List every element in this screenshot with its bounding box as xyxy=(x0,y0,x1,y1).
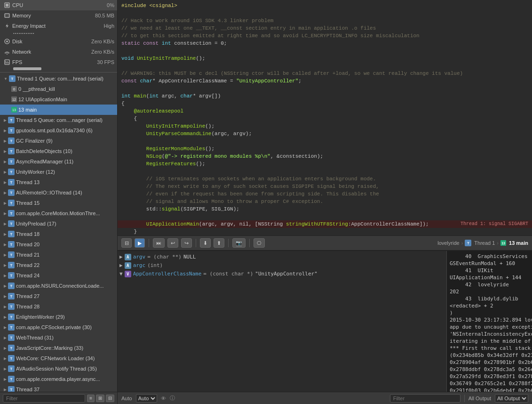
enlighten-arrow[interactable]: ▶ xyxy=(4,315,7,319)
t18-arrow[interactable]: ▶ xyxy=(4,232,7,236)
sidebar-item-asyncread[interactable]: ▶ T AsyncReadManager (11) xyxy=(0,156,117,167)
sidebar-item-thread18[interactable]: ▶ T Thread 18 xyxy=(0,229,117,239)
toolbar-up-btn[interactable]: ⬆ xyxy=(214,238,224,248)
sidebar-item-avaudiosession[interactable]: ▶ T AVAudioSession Notify Thread (35) xyxy=(0,364,117,374)
filter-collapse-btn[interactable]: ⊟ xyxy=(106,395,114,402)
breadcrumb-thread-icon: T xyxy=(465,240,471,246)
thread1-arrow[interactable]: ▼ xyxy=(4,77,8,81)
wc-arrow[interactable]: ▶ xyxy=(4,356,7,361)
t21-label: Thread 21 xyxy=(16,252,114,258)
t37-icon: T xyxy=(8,386,15,392)
sidebar-item-thread37[interactable]: ▶ T Thread 37 xyxy=(0,384,117,392)
sidebar-item-auremote[interactable]: ▶ T AURemoteIO::IOThread (14) xyxy=(0,187,117,198)
sidebar-item-gcfinalizer[interactable]: ▶ T GC Finalizer (9) xyxy=(0,136,117,146)
sidebar-item-thread28[interactable]: ▶ T Thread 28 xyxy=(0,301,117,312)
filter-grid-btn[interactable]: ⊞ xyxy=(96,395,104,402)
sidebar-item-thread21[interactable]: ▶ T Thread 21 xyxy=(0,250,117,260)
sidebar-item-thread27[interactable]: ▶ T Thread 27 xyxy=(0,291,117,301)
thread5-arrow[interactable]: ▶ xyxy=(4,118,7,122)
sidebar-item-energy[interactable]: Energy Impact High xyxy=(0,21,117,31)
sidebar-item-thread1[interactable]: ▼ T Thread 1 Queue: com....hread (serial… xyxy=(0,73,117,84)
sidebar-item-enlighten[interactable]: ▶ T EnlightenWorker (29) xyxy=(0,312,117,322)
auto-select[interactable]: Auto xyxy=(136,394,157,403)
t24-arrow[interactable]: ▶ xyxy=(4,274,7,278)
sidebar-item-frame0[interactable]: 0 0 __pthread_kill xyxy=(0,84,117,94)
nsurl-arrow[interactable]: ▶ xyxy=(4,284,7,288)
sidebar-item-thread24[interactable]: ▶ T Thread 24 xyxy=(0,270,117,281)
av-arrow[interactable]: ▶ xyxy=(4,367,7,371)
t28-arrow[interactable]: ▶ xyxy=(4,305,7,309)
sidebar-item-unitypreload[interactable]: ▶ T UnityPreload (17) xyxy=(0,218,117,229)
sidebar-item-cfsocket[interactable]: ▶ T com.apple.CFSocket.private (30) xyxy=(0,322,117,332)
sidebar-item-jscore[interactable]: ▶ T JavaScriptCore::Marking (33) xyxy=(0,343,117,353)
sidebar-item-webthread[interactable]: ▶ T WebThread (31) xyxy=(0,332,117,343)
web-arrow[interactable]: ▶ xyxy=(4,336,7,340)
up-arrow[interactable]: ▶ xyxy=(4,222,7,226)
t22-label: Thread 22 xyxy=(16,262,114,268)
sidebar-item-thread22[interactable]: ▶ T Thread 22 xyxy=(0,260,117,270)
async-arrow[interactable]: ▶ xyxy=(4,160,7,164)
sidebar-item-batch[interactable]: ▶ T BatchDeleteObjects (10) xyxy=(0,146,117,156)
var-row-argv: ▶ A argv = (char **) NULL xyxy=(119,253,445,261)
info-icon[interactable]: ⓘ xyxy=(170,395,175,402)
toolbar-camera-btn[interactable]: 📷 xyxy=(232,238,246,248)
sidebar-filter-input[interactable] xyxy=(3,394,85,403)
cfsocket-arrow[interactable]: ▶ xyxy=(4,325,7,330)
output-select[interactable]: All Output xyxy=(495,394,528,403)
watch-icon[interactable]: 👁 xyxy=(161,396,166,401)
sidebar-divider xyxy=(0,72,117,73)
sidebar-item-frame13[interactable]: 13 13 main xyxy=(0,105,117,115)
coremedia-arrow[interactable]: ▶ xyxy=(4,377,7,381)
toolbar-continue-btn[interactable]: ▶ xyxy=(135,238,145,248)
sidebar-item-webcore[interactable]: ▶ T WebCore: CFNetwork Loader (34) xyxy=(0,353,117,364)
t21-arrow[interactable]: ▶ xyxy=(4,253,7,257)
sidebar-item-coremedia[interactable]: ▶ T com.apple.coremedia.player.async... xyxy=(0,374,117,384)
console-filter-input[interactable] xyxy=(390,394,461,403)
console-output[interactable]: 40 GraphicsServices 0x2c746af9 GSEventRu… xyxy=(447,251,532,392)
toolbar-down-btn[interactable]: ⬇ xyxy=(200,238,211,248)
toolbar-step-out-btn[interactable]: ↪ xyxy=(181,238,192,248)
sidebar-item-frame12[interactable]: 12 12 UIApplicationMain xyxy=(0,94,117,105)
toolbar-step-into-btn[interactable]: ↩ xyxy=(167,238,178,248)
batch-arrow[interactable]: ▶ xyxy=(4,149,7,154)
frame0-icon: 0 xyxy=(11,86,17,92)
sidebar-item-nsurl[interactable]: ▶ T com.apple.NSURLConnectionLoade... xyxy=(0,281,117,291)
sidebar-item-cpu[interactable]: CPU 0% xyxy=(0,0,117,10)
sidebar-item-memory[interactable]: Memory 80.5 MB xyxy=(0,10,117,21)
sidebar-item-thread15[interactable]: ▶ T Thread 15 xyxy=(0,198,117,208)
argv-arrow[interactable]: ▶ xyxy=(119,254,123,260)
toolbar-settings-btn[interactable]: ⎔ xyxy=(254,238,265,248)
sidebar-item-network[interactable]: Network Zero KB/s xyxy=(0,47,117,57)
sidebar-item-gputools[interactable]: ▶ T gputools.smt.poll.0x16da7340 (6) xyxy=(0,125,117,136)
sidebar-item-coremotion[interactable]: ▶ T com.apple.CoreMotion.MotionThre... xyxy=(0,208,117,218)
t27-arrow[interactable]: ▶ xyxy=(4,294,7,299)
memory-label: Memory xyxy=(12,13,95,18)
sidebar-item-disk[interactable]: Disk Zero KB/s xyxy=(0,36,117,47)
au-arrow[interactable]: ▶ xyxy=(4,191,7,195)
js-arrow[interactable]: ▶ xyxy=(4,346,7,350)
t13-arrow[interactable]: ▶ xyxy=(4,180,7,185)
toolbar-console-btn[interactable]: ⊟ xyxy=(121,238,132,248)
sidebar-item-thread13[interactable]: ▶ T Thread 13 xyxy=(0,177,117,187)
gc-arrow[interactable]: ▶ xyxy=(4,139,7,143)
t18-icon: T xyxy=(8,231,15,237)
t22-arrow[interactable]: ▶ xyxy=(4,263,7,267)
gputools-arrow[interactable]: ▶ xyxy=(4,129,7,133)
app-arrow[interactable]: ▼ xyxy=(119,271,123,277)
t15-arrow[interactable]: ▶ xyxy=(4,201,7,205)
code-line: { xyxy=(118,100,532,107)
code-editor[interactable]: #include <csignal> // Hack to work aroun… xyxy=(118,0,532,235)
argc-arrow[interactable]: ▶ xyxy=(119,262,123,268)
sidebar-item-fps[interactable]: FPS 30 FPS xyxy=(0,57,117,67)
unity-arrow[interactable]: ▶ xyxy=(4,170,7,174)
toolbar-step-over-btn[interactable]: ⏭ xyxy=(153,238,165,248)
filter-list-btn[interactable]: ≡ xyxy=(87,395,95,402)
gputools-label: gputools.smt.poll.0x16da7340 (6) xyxy=(16,128,114,133)
t20-arrow[interactable]: ▶ xyxy=(4,242,7,247)
sidebar-item-unityworker[interactable]: ▶ T UnityWorker (12) xyxy=(0,167,117,177)
cm-arrow[interactable]: ▶ xyxy=(4,211,7,216)
sidebar-item-thread5[interactable]: ▶ T Thread 5 Queue: com....nager (serial… xyxy=(0,115,117,125)
sidebar-item-thread20[interactable]: ▶ T Thread 20 xyxy=(0,239,117,250)
t37-arrow[interactable]: ▶ xyxy=(4,388,7,392)
console-text: 40 GraphicsServices 0x2c746af9 GSEventRu… xyxy=(450,253,529,392)
